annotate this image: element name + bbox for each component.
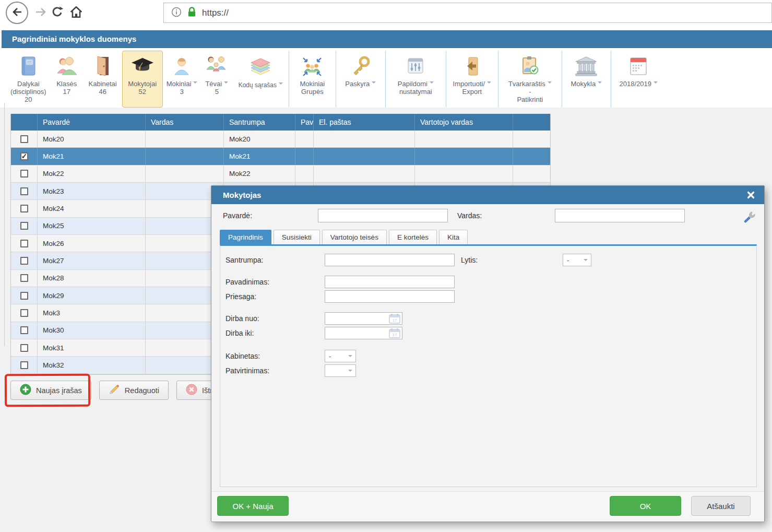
chevron-down-icon: [279, 82, 283, 87]
toolbar-item-mokytojai[interactable]: Mokytojai 52: [122, 51, 163, 108]
chevron-down-icon: [430, 81, 434, 86]
chevron-down-icon: [348, 370, 352, 374]
kabinetas-select[interactable]: -: [325, 350, 356, 362]
calendar-icon: [627, 54, 649, 79]
column-header-pava[interactable]: Pava: [295, 114, 313, 131]
tab-kita[interactable]: Kita: [439, 230, 468, 244]
pavadinimas-input[interactable]: [325, 276, 455, 288]
cell-santrumpa: Mok22: [223, 165, 295, 182]
column-header-santrumpa[interactable]: Santrumpa: [223, 114, 295, 131]
patvirtinimas-label: Patvirtinimas:: [225, 367, 325, 375]
toolbar-item-mokiniai-grupes[interactable]: Mokiniai Grupės: [289, 51, 336, 108]
row-checkbox[interactable]: [20, 135, 28, 143]
column-header-pavarde[interactable]: Pavardė: [37, 114, 145, 131]
tab-pagrindinis[interactable]: Pagrindinis: [220, 230, 271, 244]
cell-el-pastas: [313, 165, 414, 182]
tools-icon[interactable]: [742, 211, 756, 227]
column-header-extra: [513, 114, 551, 131]
row-checkbox[interactable]: [20, 326, 28, 334]
table-row[interactable]: Mok22 Mok22: [11, 165, 550, 183]
santrumpa-input[interactable]: [325, 254, 455, 266]
toolbar-item-importuoti-export[interactable]: Importuoti/ Export: [446, 51, 498, 108]
row-checkbox[interactable]: [20, 240, 28, 247]
pavadinimas-label: Pavadinimas:: [225, 278, 325, 286]
graduation-cap-icon: [130, 54, 155, 79]
column-header-el-pastas[interactable]: El. paštas: [313, 114, 414, 131]
tab-susisiekti[interactable]: Susisiekti: [274, 230, 320, 244]
home-button[interactable]: [69, 6, 84, 20]
cell-pavarde: Mok28: [37, 270, 145, 287]
toolbar-item-kodu-sarasas[interactable]: Kodų sąrašas: [232, 51, 289, 108]
row-checkbox[interactable]: [20, 361, 28, 369]
schedule-check-icon: [518, 54, 541, 79]
toolbar-item-tvarkarastis-patikrinti[interactable]: Tvarkaraštis - Patikrinti: [498, 51, 562, 108]
row-checkbox[interactable]: [20, 292, 28, 300]
row-checkbox[interactable]: [20, 170, 28, 178]
ok-new-button[interactable]: OK + Nauja: [217, 496, 289, 516]
url-text[interactable]: https://: [202, 8, 229, 18]
toolbar-item-mokiniai[interactable]: Mokiniai 3: [163, 51, 201, 108]
row-checkbox-checked[interactable]: [20, 152, 28, 160]
cell-pava: [295, 165, 313, 182]
cell-santrumpa: Mok21: [223, 148, 295, 164]
calendar-picker-icon[interactable]: 17: [388, 328, 401, 338]
ok-button[interactable]: OK: [610, 496, 681, 516]
vardas-input[interactable]: [555, 209, 685, 222]
column-header-vartotojo-vardas[interactable]: Vartotojo vardas: [414, 114, 513, 131]
toolbar-item-school-year[interactable]: 2018/2019: [611, 51, 666, 108]
column-header-vardas[interactable]: Vardas: [145, 114, 223, 131]
edit-button[interactable]: Redaguoti: [99, 381, 169, 400]
row-checkbox[interactable]: [20, 205, 28, 212]
toolbar-item-mokykla[interactable]: Mokykla: [562, 51, 611, 108]
info-icon[interactable]: [171, 7, 182, 19]
cell-pavarde: Mok25: [37, 218, 145, 234]
pavarde-input[interactable]: [318, 209, 448, 222]
layers-icon: [248, 54, 272, 79]
calendar-picker-icon[interactable]: 17: [388, 313, 401, 324]
row-checkbox[interactable]: [20, 187, 28, 195]
delete-icon: [186, 384, 197, 397]
patvirtinimas-select[interactable]: [325, 364, 356, 377]
tab-vartotojo-teises[interactable]: Vartotojo teisės: [322, 230, 387, 244]
table-row-selected[interactable]: Mok21 Mok21: [11, 148, 550, 165]
table-row[interactable]: Mok20 Mok20: [11, 131, 550, 148]
toolbar-item-papildomi-nustatymai[interactable]: Papildomi nustatymai: [385, 51, 446, 108]
toolbar-item-paskyra[interactable]: Paskyra: [336, 51, 385, 108]
row-checkbox[interactable]: [20, 344, 28, 352]
page-title: Pagrindiniai mokyklos duomenys: [12, 34, 136, 43]
row-checkbox[interactable]: [20, 274, 28, 282]
toolbar-item-dalykai[interactable]: Dalykai (disciplinos) 20: [7, 51, 50, 108]
tab-e-korteles[interactable]: E kortelės: [389, 230, 437, 244]
settings-icon: [405, 54, 426, 79]
url-bar[interactable]: https://: [163, 3, 772, 23]
new-record-button[interactable]: Naujas įrašas: [10, 381, 91, 400]
toolbar-item-tevai[interactable]: Tėvai 5: [201, 51, 232, 108]
dirba-iki-label: Dirba iki:: [225, 329, 325, 337]
lytis-select[interactable]: -: [563, 254, 591, 266]
chevron-down-icon: [654, 81, 658, 86]
dirba-iki-input[interactable]: 17: [325, 327, 402, 339]
chevron-down-icon: [598, 81, 602, 86]
reload-button[interactable]: [50, 6, 65, 20]
back-button[interactable]: [6, 2, 28, 24]
kabinetas-label: Kabinetas:: [225, 352, 325, 360]
dirba-nuo-input[interactable]: 17: [325, 312, 402, 325]
close-icon[interactable]: [745, 190, 756, 200]
toolbar-item-kabinetai[interactable]: Kabinetai 46: [84, 51, 122, 108]
cell-pavarde: Mok21: [37, 148, 145, 164]
cell-pavarde: Mok30: [37, 322, 145, 339]
door-icon: [92, 54, 113, 79]
priesaga-input[interactable]: [325, 290, 455, 303]
toolbar-item-klases[interactable]: Klasės 17: [50, 51, 84, 108]
person-icon: [171, 54, 192, 79]
padlock-icon[interactable]: [187, 6, 196, 19]
row-checkbox[interactable]: [20, 309, 28, 317]
row-checkbox[interactable]: [20, 222, 28, 230]
row-checkbox[interactable]: [20, 257, 28, 265]
cancel-button[interactable]: Atšaukti: [691, 496, 751, 516]
dirba-nuo-label: Dirba nuo:: [225, 314, 325, 323]
cell-pavarde: Mok20: [37, 131, 145, 147]
table-actions: Naujas įrašas Redaguoti Ištrinti: [10, 381, 232, 400]
cell-el-pastas: [313, 148, 414, 164]
forward-button[interactable]: [33, 7, 48, 19]
